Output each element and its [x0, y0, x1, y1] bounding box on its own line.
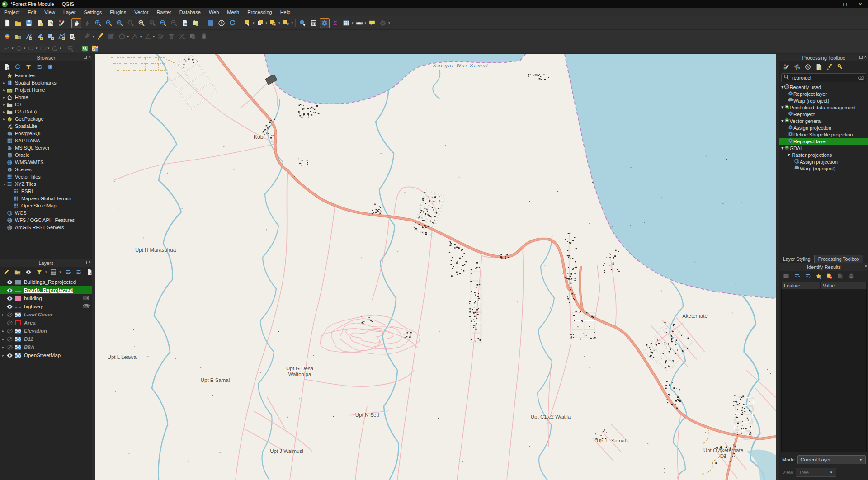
new-map-view-icon[interactable] — [180, 18, 190, 28]
processing-item-reproject-layer[interactable]: Reproject layer — [779, 90, 868, 97]
select-by-form-icon[interactable] — [255, 18, 265, 28]
history-icon[interactable] — [803, 62, 812, 71]
layer-item-building[interactable]: building — [0, 294, 92, 302]
quickmapservices-icon[interactable] — [90, 44, 99, 53]
digitize-polygon-icon-dropdown[interactable]: ▾ — [127, 35, 129, 38]
collapse-tree-icon[interactable] — [803, 272, 812, 280]
dock-tab-layer-styling[interactable]: Layer Styling — [779, 255, 814, 263]
zoom-to-layer-icon[interactable] — [137, 18, 146, 28]
attribute-table-icon-dropdown[interactable]: ▾ — [352, 21, 354, 25]
options-icon[interactable] — [836, 62, 844, 71]
select-by-location-icon[interactable] — [281, 18, 291, 28]
processing-item-point-cloud-data-management[interactable]: ▾Point cloud data management — [779, 104, 868, 111]
digitize-ellipse-icon-dropdown[interactable]: ▾ — [36, 47, 38, 50]
visibility-eye-off-icon[interactable] — [6, 312, 14, 318]
zoom-last-icon[interactable] — [158, 18, 168, 28]
open-layer-styling-icon[interactable] — [2, 268, 11, 276]
digitize-curve-icon-dropdown[interactable]: ▾ — [12, 47, 14, 50]
visibility-eye-icon[interactable] — [6, 296, 14, 301]
layers-float-icon[interactable] — [84, 261, 87, 264]
clear-results-icon[interactable] — [825, 272, 834, 280]
browser-item-wms-wmts[interactable]: WMS/WMTS — [0, 159, 92, 166]
visibility-eye-icon[interactable] — [6, 353, 14, 358]
mode-select[interactable]: Current Layer▼ — [797, 455, 866, 464]
digitize-circle-icon-dropdown[interactable]: ▾ — [24, 47, 26, 50]
browser-close-icon[interactable]: × — [88, 55, 91, 59]
statistical-summary-icon[interactable] — [309, 18, 319, 28]
identify-close-icon[interactable]: × — [864, 264, 867, 268]
add-delimited-text-icon[interactable] — [67, 32, 77, 42]
add-raster-layer-icon[interactable] — [46, 32, 56, 42]
expander-icon[interactable]: ▸ — [1, 353, 5, 358]
processing-item-warp-reproject[interactable]: Warp (reproject) — [779, 97, 868, 104]
browser-item-vector-tiles[interactable]: Vector Tiles — [0, 173, 92, 180]
browser-item-spatial-bookmarks[interactable]: ▸Spatial Bookmarks — [0, 79, 92, 86]
menu-vector[interactable]: Vector — [130, 8, 152, 16]
browser-item-mapzen-global-terrain[interactable]: Mapzen Global Terrain — [0, 195, 92, 202]
menu-mesh[interactable]: Mesh — [223, 8, 243, 16]
menu-layer[interactable]: Layer — [59, 8, 80, 16]
python-console-icon[interactable] — [793, 62, 801, 71]
search-settings-icon-dropdown[interactable]: ▾ — [388, 21, 390, 25]
filter-by-expression-icon-dropdown[interactable]: ▾ — [60, 270, 61, 274]
visibility-eye-off-icon[interactable] — [6, 328, 14, 334]
layer-item-openstreetmap[interactable]: ▸OpenStreetMap — [0, 351, 92, 359]
menu-edit[interactable]: Edit — [24, 8, 40, 16]
processing-item-vector-general[interactable]: ▾Vector general — [779, 118, 868, 124]
expander-icon[interactable]: ▸ — [1, 313, 5, 317]
feature-column-header[interactable]: Feature — [782, 282, 821, 289]
value-column-header[interactable]: Value — [821, 282, 866, 289]
style-manager-icon[interactable] — [57, 18, 66, 28]
edit-features-in-place-icon[interactable] — [825, 62, 834, 71]
browser-item-wcs[interactable]: WCS — [0, 209, 92, 216]
expand-tree-icon[interactable] — [793, 272, 801, 280]
refresh-map-icon[interactable] — [227, 18, 237, 28]
processing-item-recently-used[interactable]: ▾Recently used — [779, 84, 868, 90]
layer-item-highway[interactable]: highway — [0, 302, 92, 311]
bookmarks-icon[interactable] — [206, 18, 216, 28]
expander-icon[interactable]: ▾ — [2, 182, 6, 186]
visibility-eye-icon[interactable] — [6, 287, 14, 293]
visibility-eye-off-icon[interactable] — [6, 320, 14, 326]
filter-by-expression-icon[interactable] — [49, 268, 58, 276]
zoom-out-icon[interactable] — [104, 18, 114, 28]
measure-icon[interactable] — [354, 18, 364, 28]
pan-map-icon[interactable] — [71, 18, 81, 28]
data-source-manager-icon[interactable] — [2, 32, 12, 42]
osm-place-search-icon[interactable] — [80, 44, 90, 53]
digitize-rectangle-icon-dropdown[interactable]: ▾ — [48, 47, 50, 50]
browser-item-favorites[interactable]: Favorites — [0, 72, 92, 79]
select-by-form-icon-dropdown[interactable]: ▾ — [266, 21, 268, 25]
expander-icon[interactable]: ▸ — [2, 81, 6, 85]
expander-icon[interactable]: ▾ — [788, 152, 790, 158]
collapse-all-layers-icon[interactable] — [74, 268, 83, 276]
menu-processing[interactable]: Processing — [243, 8, 276, 16]
expander-icon[interactable]: ▸ — [2, 95, 6, 99]
browser-item-project-home[interactable]: ▸Project Home — [0, 86, 92, 94]
add-vector-layer-icon[interactable] — [24, 32, 34, 42]
manage-map-themes-icon[interactable] — [24, 268, 33, 276]
filter-browser-icon[interactable] — [24, 62, 33, 71]
menu-web[interactable]: Web — [205, 8, 223, 16]
filter-legend-icon-dropdown[interactable]: ▾ — [45, 270, 47, 274]
filter-legend-icon[interactable] — [35, 268, 43, 276]
menu-settings[interactable]: Settings — [80, 8, 106, 16]
visibility-eye-off-icon[interactable] — [6, 336, 14, 342]
new-print-layout-icon[interactable] — [35, 18, 45, 28]
expand-new-results-icon[interactable] — [814, 272, 823, 280]
modify-attributes-icon-dropdown[interactable]: ▾ — [153, 35, 155, 38]
browser-item-xyz-tiles[interactable]: ▾XYZ Tiles — [0, 180, 92, 188]
map-tips-icon[interactable] — [367, 18, 377, 28]
browser-item-oracle[interactable]: Oracle — [0, 151, 92, 159]
processing-item-reproject[interactable]: Reproject — [779, 111, 868, 118]
browser-item-geopackage[interactable]: ▸GeoPackage — [0, 115, 92, 122]
browser-item-esri[interactable]: ESRI — [0, 188, 92, 195]
expander-icon[interactable]: ▸ — [1, 345, 5, 349]
select-features-icon[interactable] — [242, 18, 252, 28]
show-statistics-icon[interactable]: Σ — [330, 18, 340, 28]
identify-features-icon[interactable]: i — [298, 18, 308, 28]
layer-item-roads-reprojected[interactable]: Roads_Reprojected — [0, 286, 92, 294]
browser-item-arcgis-rest-servers[interactable]: ArcGIS REST Servers — [0, 224, 92, 231]
models-icon[interactable] — [782, 62, 790, 71]
current-edits-icon-dropdown[interactable]: ▾ — [93, 35, 94, 38]
